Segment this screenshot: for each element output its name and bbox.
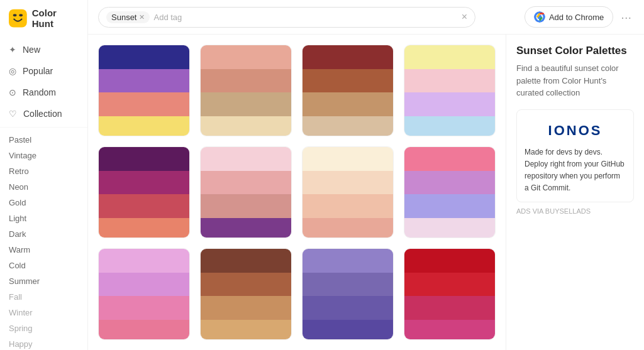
more-options-button[interactable]: ···: [618, 10, 634, 25]
color-swatch: [201, 320, 291, 341]
palette-swatches: [404, 249, 495, 340]
panel-title: Sunset Color Palettes: [516, 45, 634, 57]
add-to-chrome-button[interactable]: Add to Chrome: [525, 6, 613, 28]
tag-item-happy[interactable]: Happy: [9, 337, 79, 350]
color-swatch: [201, 218, 291, 239]
palette-card[interactable]: ♡1,4831 month: [98, 45, 190, 136]
logo-text: Color Hunt: [32, 8, 79, 29]
palette-card[interactable]: ♡4,5026 months: [404, 248, 496, 340]
search-bar[interactable]: Sunset ✕ Add tag ×: [98, 7, 475, 28]
color-swatch: [99, 273, 189, 297]
color-swatch: [99, 147, 189, 171]
nav-item-popular[interactable]: ◎ Popular: [0, 60, 87, 82]
color-swatch: [303, 320, 393, 341]
palette-swatches: [99, 45, 189, 136]
svg-rect-0: [9, 9, 27, 28]
color-swatch: [303, 147, 393, 171]
color-swatch: [201, 45, 291, 69]
color-swatch: [99, 249, 189, 273]
svg-point-2: [19, 14, 23, 16]
ad-copy: Made for devs by devs. Deploy right from…: [525, 146, 626, 195]
palette-grid: ♡1,4831 month♡5,1792 months♡8,6673 month…: [88, 35, 506, 350]
palette-card[interactable]: ♡4,9913 months: [200, 146, 292, 238]
color-swatch: [404, 45, 495, 69]
color-swatch: [201, 194, 291, 218]
color-swatch: [201, 69, 291, 93]
palette-swatches: [99, 249, 189, 340]
nav-label-collection: Collection: [23, 109, 62, 119]
palette-swatches: [201, 147, 291, 238]
color-swatch: [99, 45, 189, 69]
chrome-icon: [534, 11, 545, 23]
tag-item-spring[interactable]: Spring: [9, 321, 79, 336]
color-swatch: [404, 273, 495, 297]
color-swatch: [99, 218, 189, 239]
color-swatch: [404, 69, 495, 93]
nav-label-new: New: [23, 45, 40, 55]
palette-card[interactable]: ♡3,1146 months: [302, 248, 394, 340]
tags-section: PastelVintageRetroNeonGoldLightDarkWarmC…: [0, 128, 87, 350]
palette-card[interactable]: ♡5,8483 months: [404, 45, 496, 136]
color-swatch: [404, 92, 495, 116]
nav-label-popular: Popular: [23, 66, 53, 76]
tag-item-winter[interactable]: Winter: [9, 305, 79, 320]
tag-item-warm[interactable]: Warm: [9, 243, 79, 257]
content-area: ♡1,4831 month♡5,1792 months♡8,6673 month…: [88, 35, 644, 350]
palette-card[interactable]: ♡9,9944 months: [302, 146, 394, 238]
palette-card[interactable]: ♡5,1792 months: [200, 45, 292, 136]
palette-card[interactable]: ♡8,6673 months: [302, 45, 394, 136]
logo[interactable]: Color Hunt: [0, 0, 87, 36]
palette-card[interactable]: ♡3,6623 months: [98, 146, 190, 238]
color-swatch: [404, 116, 495, 137]
tag-item-vintage[interactable]: Vintage: [9, 148, 79, 163]
tag-item-dark[interactable]: Dark: [9, 227, 79, 241]
sidebar: Color Hunt ✦ New ◎ Popular ⊙ Random ♡ Co…: [0, 0, 88, 350]
palette-swatches: [201, 249, 291, 340]
random-icon: ⊙: [9, 87, 16, 97]
palette-swatches: [404, 45, 495, 136]
right-panel: Sunset Color Palettes Find a beautiful s…: [506, 35, 644, 350]
ad-logo: IONOS: [525, 123, 626, 139]
tag-item-summer[interactable]: Summer: [9, 274, 79, 288]
tag-item-retro[interactable]: Retro: [9, 164, 79, 178]
tag-item-neon[interactable]: Neon: [9, 180, 79, 194]
panel-description: Find a beautiful sunset color palette fr…: [516, 62, 634, 99]
add-tag-placeholder[interactable]: Add tag: [153, 13, 457, 22]
nav-label-random: Random: [23, 87, 56, 97]
color-swatch: [99, 296, 189, 320]
active-tag-label: Sunset: [111, 13, 136, 22]
nav-item-new[interactable]: ✦ New: [0, 39, 87, 60]
palette-card[interactable]: ♡1,8725 months: [200, 248, 292, 340]
tag-item-gold[interactable]: Gold: [9, 195, 79, 210]
palette-card[interactable]: ♡5,7915 months: [404, 146, 496, 238]
nav-section: ✦ New ◎ Popular ⊙ Random ♡ Collection: [0, 36, 87, 128]
color-swatch: [201, 171, 291, 195]
tag-item-cold[interactable]: Cold: [9, 258, 79, 273]
color-swatch: [201, 296, 291, 320]
active-tag-chip: Sunset ✕: [106, 11, 150, 23]
tag-item-fall[interactable]: Fall: [9, 290, 79, 304]
tag-item-light[interactable]: Light: [9, 211, 79, 226]
color-swatch: [404, 320, 495, 341]
color-swatch: [201, 249, 291, 273]
color-swatch: [303, 249, 393, 273]
tag-item-pastel[interactable]: Pastel: [9, 133, 79, 147]
search-clear-button[interactable]: ×: [462, 11, 467, 23]
color-swatch: [303, 296, 393, 320]
color-swatch: [99, 69, 189, 93]
palette-card[interactable]: ♡2,3415 months: [98, 248, 190, 340]
color-swatch: [303, 116, 393, 137]
nav-item-collection[interactable]: ♡ Collection: [0, 103, 87, 124]
logo-icon: [9, 9, 27, 28]
new-icon: ✦: [9, 45, 16, 55]
chrome-button-label: Add to Chrome: [549, 13, 604, 22]
main-content: Sunset ✕ Add tag × Add to Chrome ··· ♡1,…: [88, 0, 644, 350]
color-swatch: [99, 171, 189, 195]
color-swatch: [201, 147, 291, 171]
color-swatch: [99, 194, 189, 218]
color-swatch: [404, 194, 495, 218]
nav-item-random[interactable]: ⊙ Random: [0, 82, 87, 103]
palette-swatches: [303, 147, 393, 238]
tag-chip-close[interactable]: ✕: [139, 13, 145, 21]
ad-via: ADS VIA BUYSELLADS: [516, 207, 634, 215]
